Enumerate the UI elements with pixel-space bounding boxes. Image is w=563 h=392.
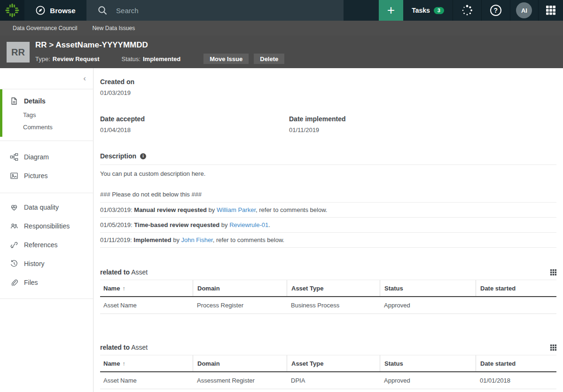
column-header-date-started[interactable]: Date started: [476, 355, 556, 371]
sort-asc-icon: ↑: [122, 285, 125, 292]
sidebar-group-details: Details Tags Comments: [0, 89, 93, 141]
sidebar-item-label: Files: [24, 279, 38, 286]
user-avatar: AI: [516, 2, 532, 18]
create-button[interactable]: +: [379, 0, 403, 21]
breadcrumb-item-domain[interactable]: New Data Issues: [92, 25, 135, 31]
relation-title: related to Asset: [100, 268, 556, 280]
column-header-status[interactable]: Status: [380, 280, 476, 296]
collibra-logo-icon: [5, 3, 20, 18]
description-marker: ### Please do not edit below this ###: [100, 191, 556, 203]
field-value: 01/03/2019: [100, 89, 556, 96]
paperclip-icon: [10, 278, 18, 287]
sidebar-item-label: Pictures: [24, 172, 48, 180]
type-label: Type:: [35, 55, 50, 63]
sidebar-item-pictures[interactable]: Pictures: [0, 166, 93, 185]
table-options-button[interactable]: [550, 345, 556, 351]
browse-label: Browse: [50, 7, 75, 15]
move-issue-button[interactable]: Move Issue: [203, 54, 249, 64]
link-icon: [10, 241, 18, 249]
status-value: Implemented: [143, 55, 180, 63]
status-label: Status:: [122, 55, 141, 63]
sidebar-item-data-quality[interactable]: Data quality: [0, 198, 93, 217]
table-row[interactable]: Asset Name Assessment Register DPIA Appr…: [100, 372, 556, 389]
help-icon: ?: [490, 5, 501, 16]
field-date-implemented: Date implemented 01/11/2019: [289, 115, 556, 133]
global-search: [86, 0, 344, 21]
column-header-asset-type[interactable]: Asset Type: [287, 280, 380, 296]
description-label: Description: [100, 152, 136, 160]
asset-header: RR RR > AssetName-YYYYMMDD Type: Review …: [0, 36, 563, 68]
sidebar-group-more: Data quality Responsibilities: [0, 193, 93, 299]
relation-title: related to Asset: [100, 344, 556, 355]
related-assets-section-1: related to Asset: [100, 268, 556, 314]
cell-date-started: [476, 297, 556, 314]
app-logo[interactable]: [0, 0, 24, 21]
app-window: Browse + Tasks 3: [0, 0, 563, 392]
cell-asset-type: Business Process: [287, 297, 380, 314]
field-created-on: Created on 01/03/2019: [100, 78, 556, 96]
grid-dots-icon: [550, 345, 556, 351]
cell-name: Asset Name: [100, 372, 193, 389]
sidebar-item-comments[interactable]: Comments: [0, 121, 93, 133]
help-button[interactable]: ?: [481, 0, 510, 21]
cell-domain: Assessment Register: [193, 389, 287, 392]
column-header-asset-type[interactable]: Asset Type: [287, 355, 380, 371]
field-label: Date accepted: [100, 115, 289, 123]
sidebar-item-diagram[interactable]: Diagram: [0, 148, 93, 166]
table-row[interactable]: Asset Name Assessment Register DPIA Appr…: [100, 389, 556, 392]
table-header-row: Name↑ Domain Asset Type Status Date star…: [100, 355, 556, 372]
description-heading: Description i: [100, 152, 556, 165]
page-title: RR > AssetName-YYYYMMDD: [35, 40, 148, 50]
cell-asset-type: DPIA: [287, 372, 380, 389]
apps-menu-button[interactable]: [538, 0, 563, 21]
chevron-left-icon: ‹: [83, 74, 86, 83]
description-history-line: 01/03/2019: Manual review requested by W…: [100, 203, 556, 218]
sidebar-item-tags[interactable]: Tags: [0, 109, 93, 121]
sidebar-collapse-button[interactable]: ‹: [0, 68, 93, 89]
relation-title-bold: related to: [100, 268, 130, 276]
history-event: Manual review requested: [134, 206, 207, 213]
activities-button[interactable]: [453, 0, 481, 21]
column-header-date-started[interactable]: Date started: [476, 280, 556, 296]
sidebar-item-label: History: [24, 260, 45, 267]
table-row[interactable]: Asset Name Process Register Business Pro…: [100, 297, 556, 314]
user-menu-button[interactable]: AI: [510, 0, 539, 21]
table-options-button[interactable]: [550, 269, 556, 275]
browse-button[interactable]: Browse: [24, 0, 86, 21]
user-link[interactable]: John Fisher: [181, 236, 213, 243]
sidebar-item-label: Data quality: [24, 204, 59, 211]
description-history-line: 01/11/2019: Implemented by John Fisher, …: [100, 233, 556, 248]
sidebar-item-references[interactable]: References: [0, 235, 93, 254]
search-input[interactable]: [116, 7, 313, 15]
breadcrumb: Data Governance Council New Data Issues: [0, 21, 563, 36]
relation-title-rest: Asset: [131, 344, 148, 351]
people-icon: [10, 222, 18, 230]
description-history-line: 01/05/2019: Time-based review requested …: [100, 218, 556, 233]
rule-link[interactable]: Reviewrule-01: [229, 221, 268, 228]
delete-button[interactable]: Delete: [254, 54, 284, 64]
cell-date-started: 01/01/2018: [476, 372, 556, 389]
sidebar-item-details[interactable]: Details: [0, 94, 93, 109]
cell-name: Asset Name: [100, 389, 193, 392]
cell-domain: Process Register: [193, 297, 287, 314]
history-clock-icon: [10, 259, 18, 268]
tasks-button[interactable]: Tasks 3: [403, 0, 453, 21]
column-header-name[interactable]: Name↑: [100, 355, 193, 371]
sidebar-item-history[interactable]: History: [0, 254, 93, 273]
tasks-count-badge: 3: [434, 7, 444, 14]
user-link[interactable]: William Parker: [217, 206, 256, 213]
pictures-icon: [10, 172, 18, 180]
info-icon[interactable]: i: [140, 153, 146, 159]
cell-name: Asset Name: [100, 297, 193, 314]
sidebar: ‹ Details Tags Comments: [0, 68, 94, 392]
breadcrumb-item-community[interactable]: Data Governance Council: [13, 25, 77, 31]
document-icon: [10, 97, 18, 105]
column-header-status[interactable]: Status: [380, 355, 476, 371]
column-header-domain[interactable]: Domain: [193, 280, 287, 296]
sidebar-item-responsibilities[interactable]: Responsibilities: [0, 217, 93, 235]
activity-spinner-icon: [461, 4, 473, 16]
column-header-name[interactable]: Name↑: [100, 280, 193, 296]
sidebar-item-files[interactable]: Files: [0, 273, 93, 292]
column-header-domain[interactable]: Domain: [193, 355, 287, 371]
table-header-row: Name↑ Domain Asset Type Status Date star…: [100, 280, 556, 297]
